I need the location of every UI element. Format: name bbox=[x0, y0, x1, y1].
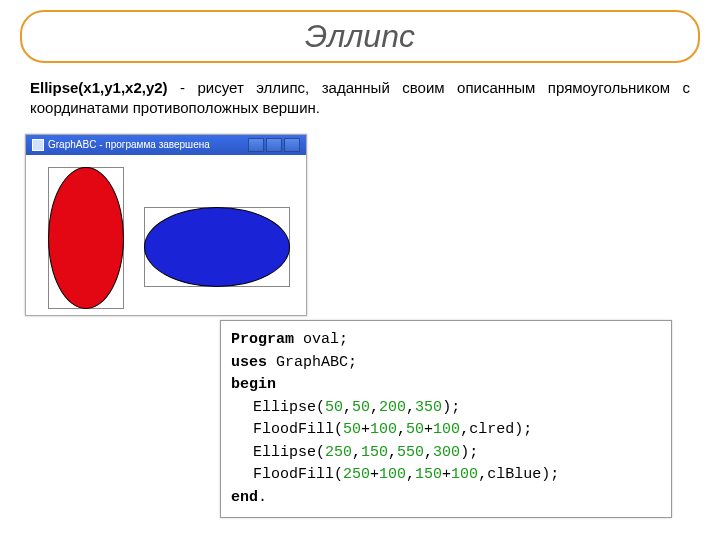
minimize-button[interactable] bbox=[248, 138, 264, 152]
app-window: GraphABC - программа завершена bbox=[25, 134, 307, 316]
num: 100 bbox=[370, 421, 397, 438]
code-text: FloodFill( bbox=[253, 421, 343, 438]
op: , bbox=[397, 421, 406, 438]
kw-end: end bbox=[231, 489, 258, 506]
output-figure: GraphABC - программа завершена bbox=[25, 134, 720, 316]
num: 100 bbox=[379, 466, 406, 483]
num: 550 bbox=[397, 444, 424, 461]
window-controls bbox=[248, 138, 300, 152]
num: 250 bbox=[325, 444, 352, 461]
num: 350 bbox=[415, 399, 442, 416]
num: 300 bbox=[433, 444, 460, 461]
op: + bbox=[442, 466, 451, 483]
num: 150 bbox=[415, 466, 442, 483]
function-signature: Ellipse(x1,y1,x2,y2) bbox=[30, 79, 168, 96]
title-box: Эллипс bbox=[20, 10, 700, 63]
maximize-button[interactable] bbox=[266, 138, 282, 152]
red-ellipse bbox=[48, 167, 124, 309]
blue-ellipse bbox=[144, 207, 290, 287]
num: 100 bbox=[451, 466, 478, 483]
kw-uses: uses bbox=[231, 354, 267, 371]
window-titlebar: GraphABC - программа завершена bbox=[26, 135, 306, 155]
kw-program: Program bbox=[231, 331, 294, 348]
op: , bbox=[406, 466, 415, 483]
code-text: FloodFill( bbox=[253, 466, 343, 483]
page-title: Эллипс bbox=[305, 18, 415, 54]
num: 100 bbox=[433, 421, 460, 438]
num: 50 bbox=[343, 421, 361, 438]
op: + bbox=[424, 421, 433, 438]
code-text: ,clBlue); bbox=[478, 466, 559, 483]
code-text: ,clred); bbox=[460, 421, 532, 438]
kw-begin: begin bbox=[231, 376, 276, 393]
code-text: Ellipse( bbox=[253, 399, 325, 416]
num: 200 bbox=[379, 399, 406, 416]
code-listing: Program oval; uses GraphABC; begin Ellip… bbox=[220, 320, 672, 518]
num: 150 bbox=[361, 444, 388, 461]
drawing-canvas bbox=[26, 155, 306, 315]
description: Ellipse(x1,y1,x2,y2) - рисует эллипс, за… bbox=[30, 78, 690, 119]
app-icon bbox=[32, 139, 44, 151]
op: + bbox=[361, 421, 370, 438]
code-text: . bbox=[258, 489, 267, 506]
code-text: GraphABC; bbox=[267, 354, 357, 371]
code-text: Ellipse( bbox=[253, 444, 325, 461]
num: 50 bbox=[352, 399, 370, 416]
num: 50 bbox=[406, 421, 424, 438]
code-text: ); bbox=[442, 399, 460, 416]
num: 250 bbox=[343, 466, 370, 483]
op: + bbox=[370, 466, 379, 483]
code-text: ); bbox=[460, 444, 478, 461]
close-button[interactable] bbox=[284, 138, 300, 152]
window-title-text: GraphABC - программа завершена bbox=[48, 139, 210, 150]
code-text: oval; bbox=[294, 331, 348, 348]
num: 50 bbox=[325, 399, 343, 416]
